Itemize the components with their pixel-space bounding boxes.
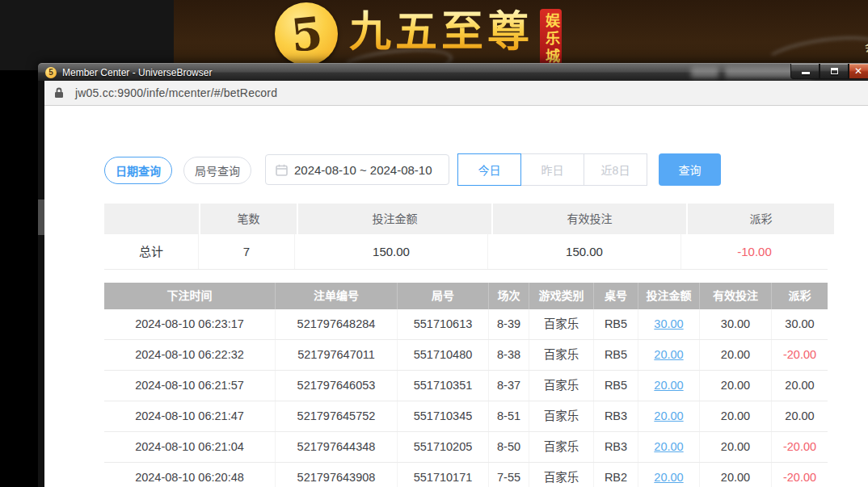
summary-header-row: 笔数投注金额有效投注派彩 bbox=[104, 204, 828, 234]
cell-valid-bet: 20.00 bbox=[700, 371, 772, 401]
lock-icon bbox=[54, 87, 64, 99]
cell-bet-time: 2024-08-10 06:21:47 bbox=[104, 401, 276, 431]
cell-valid-bet: 20.00 bbox=[700, 463, 772, 487]
cell-bet-time: 2024-08-10 06:20:48 bbox=[104, 463, 276, 487]
bet-column-header: 下注时间 bbox=[104, 283, 276, 309]
site-title: 九五至尊 bbox=[349, 9, 533, 55]
quick-range-yesterday[interactable]: 昨日 bbox=[520, 153, 584, 186]
minimize-button[interactable] bbox=[790, 64, 820, 79]
cell-session: 8-37 bbox=[489, 371, 529, 401]
cell-session: 8-38 bbox=[489, 340, 529, 370]
bet-column-header: 投注金额 bbox=[638, 283, 700, 309]
cell-game-type: 百家乐 bbox=[529, 432, 594, 462]
quick-range-today[interactable]: 今日 bbox=[457, 153, 521, 186]
maximize-button[interactable] bbox=[820, 64, 849, 79]
summary-column-header: 有效投注 bbox=[493, 204, 686, 234]
logo-glyph: 5 bbox=[289, 10, 325, 58]
window-titlebar[interactable]: 5 Member Center - UniverseBrowser ✕ bbox=[38, 63, 868, 81]
cell-bet-id: 521797643908 bbox=[276, 463, 398, 487]
cell-game-type: 百家乐 bbox=[529, 340, 594, 370]
summary-table: 笔数投注金额有效投注派彩 总计 7 150.00 150.00 -10.00 bbox=[104, 204, 828, 270]
site-header: 5 九五至尊 娱乐城 会员中心|线上存款|线上取款|一 bbox=[0, 0, 868, 70]
cell-table-no: RB5 bbox=[594, 340, 638, 370]
bet-record-table: 下注时间注单编号局号场次游戏类别桌号投注金额有效投注派彩 2024-08-10 … bbox=[104, 283, 828, 487]
window-frame-notch bbox=[38, 199, 44, 235]
date-range-value: 2024-08-10 ~ 2024-08-10 bbox=[294, 163, 432, 177]
cell-valid-bet: 20.00 bbox=[700, 432, 772, 462]
cell-bet-time: 2024-08-10 06:21:04 bbox=[104, 432, 276, 462]
cell-bet-amount[interactable]: 20.00 bbox=[638, 371, 700, 401]
table-row: 2024-08-10 06:23:17521797648284551710613… bbox=[104, 309, 828, 340]
url-text[interactable]: jw05.cc:9900/infe/mcenter/#/betRecord bbox=[75, 86, 277, 99]
site-logo: 5 九五至尊 娱乐城 bbox=[275, 2, 562, 70]
address-bar[interactable]: jw05.cc:9900/infe/mcenter/#/betRecord bbox=[44, 81, 868, 106]
cell-valid-bet: 20.00 bbox=[700, 340, 772, 370]
window-controls: ✕ bbox=[790, 64, 868, 79]
browser-window: 5 Member Center - UniverseBrowser ✕ jw05… bbox=[38, 63, 868, 487]
cell-bet-amount[interactable]: 30.00 bbox=[638, 309, 700, 339]
cell-game-type: 百家乐 bbox=[529, 463, 594, 487]
cell-table-no: RB3 bbox=[594, 401, 638, 431]
cell-session: 8-50 bbox=[489, 432, 529, 462]
summary-total-row: 总计 7 150.00 150.00 -10.00 bbox=[104, 234, 828, 270]
window-frame-left bbox=[38, 81, 44, 487]
round-query-button[interactable]: 局号查询 bbox=[183, 157, 251, 184]
cell-bet-time: 2024-08-10 06:21:57 bbox=[104, 371, 276, 401]
cell-bet-amount[interactable]: 20.00 bbox=[638, 340, 700, 370]
summary-column-header bbox=[104, 204, 199, 234]
cell-session: 7-55 bbox=[489, 463, 529, 487]
table-row: 2024-08-10 06:21:47521797645752551710345… bbox=[104, 401, 828, 432]
site-nav: 会员中心|线上存款|线上取款|一 bbox=[865, 39, 868, 54]
cell-bet-amount[interactable]: 20.00 bbox=[638, 463, 700, 487]
logo-circle-icon: 5 bbox=[275, 2, 338, 65]
cell-bet-time: 2024-08-10 06:23:17 bbox=[104, 309, 276, 339]
bet-column-header: 局号 bbox=[398, 283, 489, 309]
favicon-icon: 5 bbox=[45, 67, 57, 78]
window-title: Member Center - UniverseBrowser bbox=[62, 67, 212, 78]
cell-game-type: 百家乐 bbox=[529, 309, 594, 339]
bet-column-header: 场次 bbox=[489, 283, 529, 309]
redacted-text bbox=[691, 67, 718, 78]
cell-payout: -20.00 bbox=[772, 340, 828, 370]
cell-table-no: RB5 bbox=[594, 371, 638, 401]
date-query-button[interactable]: 日期查询 bbox=[104, 157, 172, 184]
cell-bet-amount[interactable]: 20.00 bbox=[638, 432, 700, 462]
close-icon: ✕ bbox=[854, 65, 862, 77]
table-row: 2024-08-10 06:21:04521797644348551710205… bbox=[104, 432, 828, 463]
cell-table-no: RB2 bbox=[594, 463, 638, 487]
cell-round-id: 551710613 bbox=[398, 309, 489, 339]
calendar-icon bbox=[276, 164, 288, 176]
date-range-input[interactable]: 2024-08-10 ~ 2024-08-10 bbox=[265, 154, 449, 185]
summary-label: 总计 bbox=[104, 234, 199, 269]
cell-round-id: 551710480 bbox=[398, 340, 489, 370]
bet-column-header: 派彩 bbox=[772, 283, 828, 309]
minimize-icon bbox=[802, 72, 810, 74]
nav-link[interactable]: 会员中心 bbox=[865, 41, 868, 53]
cell-table-no: RB5 bbox=[594, 309, 638, 339]
table-row: 2024-08-10 06:20:48521797643908551710171… bbox=[104, 463, 828, 487]
cell-round-id: 551710171 bbox=[398, 463, 489, 487]
cell-bet-amount[interactable]: 20.00 bbox=[638, 401, 700, 431]
cell-payout: 30.00 bbox=[772, 309, 828, 339]
summary-column-header: 投注金额 bbox=[298, 204, 491, 234]
table-row: 2024-08-10 06:22:32521797647011551710480… bbox=[104, 340, 828, 371]
quick-range-group: 今日 昨日 近8日 bbox=[457, 153, 647, 186]
bet-column-header: 注单编号 bbox=[276, 283, 398, 309]
summary-column-header: 笔数 bbox=[200, 204, 297, 234]
cell-table-no: RB3 bbox=[594, 432, 638, 462]
cell-bet-id: 521797644348 bbox=[276, 432, 398, 462]
bet-table-header-row: 下注时间注单编号局号场次游戏类别桌号投注金额有效投注派彩 bbox=[104, 283, 828, 309]
cell-round-id: 551710345 bbox=[398, 401, 489, 431]
cell-bet-id: 521797648284 bbox=[276, 309, 398, 339]
summary-column-header: 派彩 bbox=[688, 204, 834, 234]
close-button[interactable]: ✕ bbox=[849, 64, 868, 79]
cell-payout: 20.00 bbox=[772, 371, 828, 401]
cell-session: 8-51 bbox=[489, 401, 529, 431]
search-button[interactable]: 查询 bbox=[659, 153, 721, 186]
table-row: 2024-08-10 06:21:57521797646053551710351… bbox=[104, 371, 828, 401]
cell-valid-bet: 30.00 bbox=[700, 309, 772, 339]
bet-column-header: 游戏类别 bbox=[529, 283, 594, 309]
quick-range-8days[interactable]: 近8日 bbox=[584, 153, 647, 186]
cell-valid-bet: 20.00 bbox=[700, 401, 772, 431]
cell-session: 8-39 bbox=[489, 309, 529, 339]
